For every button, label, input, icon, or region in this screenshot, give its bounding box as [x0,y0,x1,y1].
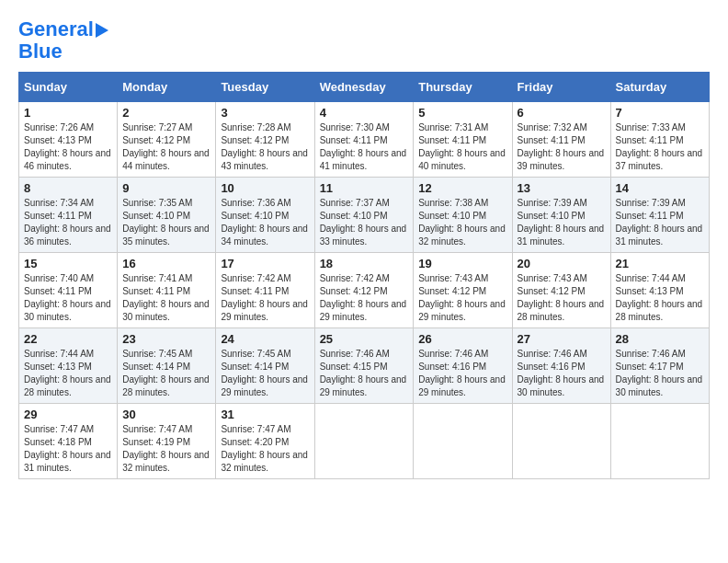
calendar-day-cell: 18 Sunrise: 7:42 AM Sunset: 4:12 PM Dayl… [314,253,414,328]
day-info: Sunrise: 7:39 AM Sunset: 4:11 PM Dayligh… [616,197,704,248]
calendar-day-cell: 28 Sunrise: 7:46 AM Sunset: 4:17 PM Dayl… [610,328,709,404]
day-info: Sunrise: 7:44 AM Sunset: 4:13 PM Dayligh… [616,272,704,324]
calendar-day-cell: 9 Sunrise: 7:35 AM Sunset: 4:10 PM Dayli… [118,178,216,253]
day-number: 20 [518,257,606,270]
day-number: 19 [418,257,506,270]
calendar-day-cell: 20 Sunrise: 7:43 AM Sunset: 4:12 PM Dayl… [512,253,610,328]
calendar-week-row: 1 Sunrise: 7:26 AM Sunset: 4:13 PM Dayli… [19,102,710,178]
calendar-week-row: 22 Sunrise: 7:44 AM Sunset: 4:13 PM Dayl… [19,328,710,404]
calendar-day-cell: 30 Sunrise: 7:47 AM Sunset: 4:19 PM Dayl… [118,404,216,479]
day-number: 9 [122,181,210,195]
empty-cell [314,404,414,479]
calendar-day-cell: 27 Sunrise: 7:46 AM Sunset: 4:16 PM Dayl… [512,328,610,404]
calendar-day-cell: 14 Sunrise: 7:39 AM Sunset: 4:11 PM Dayl… [610,178,709,253]
calendar-day-cell: 3 Sunrise: 7:28 AM Sunset: 4:12 PM Dayli… [216,102,314,178]
calendar-table: SundayMondayTuesdayWednesdayThursdayFrid… [18,72,710,479]
day-number: 30 [122,408,210,421]
weekday-header-monday: Monday [118,73,216,102]
calendar-day-cell: 21 Sunrise: 7:44 AM Sunset: 4:13 PM Dayl… [610,253,709,328]
day-number: 18 [320,257,409,270]
day-number: 6 [518,106,606,120]
day-number: 22 [24,332,112,346]
calendar-day-cell: 5 Sunrise: 7:31 AM Sunset: 4:11 PM Dayli… [414,102,512,178]
day-number: 25 [320,332,409,346]
day-info: Sunrise: 7:41 AM Sunset: 4:11 PM Dayligh… [122,272,210,324]
day-number: 15 [24,257,112,270]
calendar-week-row: 15 Sunrise: 7:40 AM Sunset: 4:11 PM Dayl… [19,253,710,328]
day-info: Sunrise: 7:33 AM Sunset: 4:11 PM Dayligh… [616,121,704,173]
day-info: Sunrise: 7:38 AM Sunset: 4:10 PM Dayligh… [418,197,506,248]
day-number: 21 [616,257,704,270]
day-info: Sunrise: 7:37 AM Sunset: 4:10 PM Dayligh… [320,197,409,248]
day-info: Sunrise: 7:44 AM Sunset: 4:13 PM Dayligh… [24,348,112,399]
calendar-day-cell: 1 Sunrise: 7:26 AM Sunset: 4:13 PM Dayli… [19,102,118,178]
day-info: Sunrise: 7:43 AM Sunset: 4:12 PM Dayligh… [418,272,506,324]
calendar-week-row: 8 Sunrise: 7:34 AM Sunset: 4:11 PM Dayli… [19,178,710,253]
weekday-header-friday: Friday [512,73,610,102]
logo-arrow-icon [96,23,108,38]
calendar-day-cell: 24 Sunrise: 7:45 AM Sunset: 4:14 PM Dayl… [216,328,314,404]
day-number: 24 [221,332,309,346]
calendar-day-cell: 25 Sunrise: 7:46 AM Sunset: 4:15 PM Dayl… [314,328,414,404]
day-info: Sunrise: 7:28 AM Sunset: 4:12 PM Dayligh… [221,121,309,173]
calendar-day-cell: 16 Sunrise: 7:41 AM Sunset: 4:11 PM Dayl… [118,253,216,328]
calendar-day-cell: 22 Sunrise: 7:44 AM Sunset: 4:13 PM Dayl… [19,328,118,404]
day-info: Sunrise: 7:31 AM Sunset: 4:11 PM Dayligh… [418,121,506,173]
day-info: Sunrise: 7:47 AM Sunset: 4:19 PM Dayligh… [122,423,210,475]
calendar-day-cell: 10 Sunrise: 7:36 AM Sunset: 4:10 PM Dayl… [216,178,314,253]
day-info: Sunrise: 7:42 AM Sunset: 4:11 PM Dayligh… [221,272,309,324]
day-info: Sunrise: 7:42 AM Sunset: 4:12 PM Dayligh… [320,272,409,324]
empty-cell [512,404,610,479]
day-number: 28 [616,332,704,346]
day-number: 8 [24,181,112,195]
day-number: 31 [221,408,309,421]
day-number: 29 [24,408,112,421]
logo-blue-text: Blue [18,40,63,63]
day-number: 4 [320,106,409,120]
calendar-day-cell: 2 Sunrise: 7:27 AM Sunset: 4:12 PM Dayli… [118,102,216,178]
day-info: Sunrise: 7:39 AM Sunset: 4:10 PM Dayligh… [518,197,606,248]
day-number: 13 [518,181,606,195]
empty-cell [610,404,709,479]
day-info: Sunrise: 7:27 AM Sunset: 4:12 PM Dayligh… [122,121,210,173]
day-info: Sunrise: 7:36 AM Sunset: 4:10 PM Dayligh… [221,197,309,248]
day-number: 5 [418,106,506,120]
day-info: Sunrise: 7:45 AM Sunset: 4:14 PM Dayligh… [122,348,210,399]
calendar-day-cell: 17 Sunrise: 7:42 AM Sunset: 4:11 PM Dayl… [216,253,314,328]
logo: General Blue [18,18,108,63]
calendar-day-cell: 4 Sunrise: 7:30 AM Sunset: 4:11 PM Dayli… [314,102,414,178]
day-number: 1 [24,106,112,120]
day-info: Sunrise: 7:26 AM Sunset: 4:13 PM Dayligh… [24,121,112,173]
day-info: Sunrise: 7:32 AM Sunset: 4:11 PM Dayligh… [518,121,606,173]
day-info: Sunrise: 7:46 AM Sunset: 4:17 PM Dayligh… [616,348,704,399]
day-number: 14 [616,181,704,195]
day-info: Sunrise: 7:35 AM Sunset: 4:10 PM Dayligh… [122,197,210,248]
day-info: Sunrise: 7:46 AM Sunset: 4:15 PM Dayligh… [320,348,409,399]
logo-text: General [18,18,94,40]
day-info: Sunrise: 7:45 AM Sunset: 4:14 PM Dayligh… [221,348,309,399]
day-info: Sunrise: 7:46 AM Sunset: 4:16 PM Dayligh… [418,348,506,399]
calendar-day-cell: 26 Sunrise: 7:46 AM Sunset: 4:16 PM Dayl… [414,328,512,404]
day-info: Sunrise: 7:46 AM Sunset: 4:16 PM Dayligh… [518,348,606,399]
calendar-header-row: SundayMondayTuesdayWednesdayThursdayFrid… [19,73,710,102]
day-number: 2 [122,106,210,120]
day-number: 27 [518,332,606,346]
day-number: 16 [122,257,210,270]
calendar-day-cell: 15 Sunrise: 7:40 AM Sunset: 4:11 PM Dayl… [19,253,118,328]
calendar-week-row: 29 Sunrise: 7:47 AM Sunset: 4:18 PM Dayl… [19,404,710,479]
day-info: Sunrise: 7:47 AM Sunset: 4:18 PM Dayligh… [24,423,112,475]
day-number: 26 [418,332,506,346]
calendar-day-cell: 11 Sunrise: 7:37 AM Sunset: 4:10 PM Dayl… [314,178,414,253]
calendar-day-cell: 12 Sunrise: 7:38 AM Sunset: 4:10 PM Dayl… [414,178,512,253]
day-number: 3 [221,106,309,120]
day-info: Sunrise: 7:40 AM Sunset: 4:11 PM Dayligh… [24,272,112,324]
calendar-day-cell: 6 Sunrise: 7:32 AM Sunset: 4:11 PM Dayli… [512,102,610,178]
calendar-day-cell: 31 Sunrise: 7:47 AM Sunset: 4:20 PM Dayl… [216,404,314,479]
day-number: 7 [616,106,704,120]
day-info: Sunrise: 7:34 AM Sunset: 4:11 PM Dayligh… [24,197,112,248]
day-info: Sunrise: 7:43 AM Sunset: 4:12 PM Dayligh… [518,272,606,324]
calendar-day-cell: 29 Sunrise: 7:47 AM Sunset: 4:18 PM Dayl… [19,404,118,479]
day-number: 23 [122,332,210,346]
weekday-header-wednesday: Wednesday [314,73,414,102]
calendar-day-cell: 8 Sunrise: 7:34 AM Sunset: 4:11 PM Dayli… [19,178,118,253]
